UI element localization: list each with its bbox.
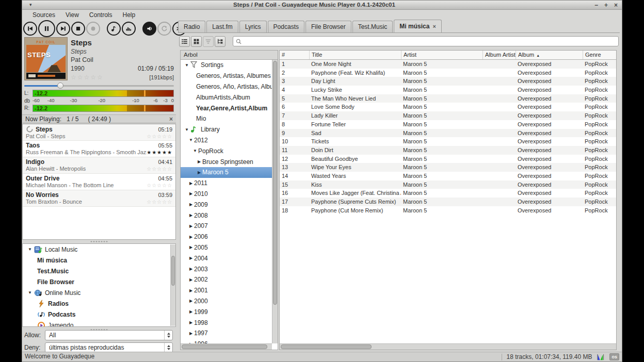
table-row[interactable]: 14Wasted YearsMaroon 5OverexposedPopRock <box>280 172 616 180</box>
table-row[interactable]: 5The Man Who Never LiedMaroon 5Overexpos… <box>280 94 616 103</box>
tree-item-2002[interactable]: ▶2002 <box>181 274 272 285</box>
close-button[interactable]: × <box>614 2 618 9</box>
previous-button[interactable] <box>23 22 37 36</box>
tree-item-library[interactable]: ▼Library <box>181 124 272 135</box>
column-header-album[interactable]: Album▲ <box>516 51 583 59</box>
expander-arrow-icon[interactable]: ▶ <box>188 245 194 250</box>
table-row[interactable]: 4Lucky StrikeMaroon 5OverexposedPopRock <box>280 86 616 94</box>
now-playing-item[interactable]: Taos05:55Russ Freeman & The Rippingtons … <box>23 141 175 157</box>
maximize-button[interactable]: + <box>604 2 608 9</box>
table-row[interactable]: 11Doin DirtMaroon 5OverexposedPopRock <box>280 146 616 155</box>
now-playing-item[interactable]: Outer Drive04:55Michael Manson - The Bot… <box>23 174 175 190</box>
tree-view-button[interactable] <box>215 36 226 47</box>
tree-item-2012[interactable]: ▼2012 <box>181 135 272 146</box>
expander-arrow-icon[interactable]: ▶ <box>188 224 194 228</box>
tab-last-fm[interactable]: Last.fm <box>206 21 238 32</box>
expander-arrow-icon[interactable]: ▶ <box>188 256 194 260</box>
tree-item-albumartists-album[interactable]: AlbumArtists,Album <box>181 92 272 103</box>
tree-scrollbar-vertical[interactable] <box>272 60 278 343</box>
rating-stars[interactable]: ☆☆☆☆☆ <box>147 182 172 189</box>
expander-arrow-icon[interactable]: ▼ <box>26 247 34 252</box>
table-scrollbar-horizontal[interactable] <box>280 343 616 350</box>
expander-arrow-icon[interactable]: ▶ <box>188 331 194 336</box>
now-playing-item[interactable]: Steps05:19Pat Coil - Steps☆☆☆☆☆ <box>23 124 175 141</box>
expander-arrow-icon[interactable]: ▼ <box>188 138 194 142</box>
expander-arrow-icon[interactable]: ▼ <box>192 149 198 153</box>
tree-item-sortings[interactable]: ▼Sortings <box>181 60 272 71</box>
tree-hscrollbar-thumb[interactable] <box>182 344 267 349</box>
track-rating[interactable]: ☆☆☆☆☆ <box>71 73 104 82</box>
tree-item-1998[interactable]: ▶1998 <box>181 317 272 328</box>
tree-item-2000[interactable]: ▶2000 <box>181 296 272 307</box>
tree-item-2003[interactable]: ▶2003 <box>181 264 272 274</box>
tree-item-2010[interactable]: ▶2010 <box>181 189 272 200</box>
tree-item-2008[interactable]: ▶2008 <box>181 210 272 221</box>
playlist-view-button[interactable] <box>179 36 190 47</box>
column-header-title[interactable]: Title <box>309 51 401 59</box>
rating-stars[interactable]: ☆☆☆☆☆ <box>147 199 172 205</box>
tree-item-2011[interactable]: ▶2011 <box>181 178 272 189</box>
sources-scrollbar-thumb[interactable] <box>171 256 175 286</box>
expander-arrow-icon[interactable]: ▶ <box>188 288 194 293</box>
now-playing-close-icon[interactable]: × <box>169 116 173 123</box>
table-row[interactable]: 17Payphone (Supreme Cuts Remix)Maroon 5O… <box>280 198 616 206</box>
expander-arrow-icon[interactable]: ▼ <box>184 63 190 68</box>
tree-item-1996[interactable]: ▶1996 <box>181 339 272 343</box>
seek-slider[interactable] <box>24 83 174 89</box>
splitter-grip[interactable] <box>90 240 108 243</box>
table-row[interactable]: 2Payphone (Feat. Wiz Khalifa)Maroon 5Ove… <box>280 69 616 77</box>
tree-item-2004[interactable]: ▶2004 <box>181 253 272 264</box>
column-header-genre[interactable]: Genre <box>583 51 617 59</box>
expander-arrow-icon[interactable]: ▶ <box>196 170 202 175</box>
sidebar-item-mi-m-sica[interactable]: Mi música <box>23 255 175 266</box>
spinner-arrows-icon[interactable] <box>164 331 172 340</box>
tab-mi-m-sica[interactable]: Mi música× <box>394 20 441 32</box>
smart-play-button[interactable] <box>107 22 121 36</box>
expander-arrow-icon[interactable]: ▼ <box>184 127 190 132</box>
menu-help[interactable]: Help <box>118 10 141 20</box>
expander-arrow-icon[interactable]: ▶ <box>188 267 194 271</box>
stop-button[interactable] <box>71 22 85 36</box>
tree-scrollbar-horizontal[interactable] <box>181 343 272 350</box>
spinner-arrows-icon[interactable] <box>164 343 172 352</box>
table-row[interactable]: 18Payphone (Cut More Remix)Maroon 5Overe… <box>280 206 616 215</box>
sidebar-item-jamendo[interactable]: Jamendo <box>23 320 175 327</box>
table-row[interactable]: 15KissMaroon 5OverexposedPopRock <box>280 180 616 189</box>
rating-stars[interactable]: ☆☆☆☆☆ <box>147 133 172 140</box>
tab-radio[interactable]: Radio <box>178 21 205 32</box>
expander-arrow-icon[interactable]: ▼ <box>26 290 34 295</box>
minimize-button[interactable]: − <box>594 2 598 9</box>
sidebar-item-local-music[interactable]: ▼Local Music <box>23 244 175 255</box>
tab-close-icon[interactable]: × <box>432 23 436 29</box>
tree-item-generos-a-o-artistas-albumes[interactable]: Generos, Año, Artistas, Albumes <box>181 81 272 92</box>
expander-arrow-icon[interactable]: ▶ <box>188 309 194 314</box>
tree-item-2001[interactable]: ▶2001 <box>181 285 272 296</box>
expander-arrow-icon[interactable]: ▶ <box>188 181 194 186</box>
expander-arrow-icon[interactable]: ▶ <box>188 320 194 325</box>
sources-scrollbar[interactable] <box>170 244 175 326</box>
tree-scrollbar-thumb[interactable] <box>273 61 277 305</box>
tree-item-poprock[interactable]: ▼PopRock <box>181 145 272 156</box>
menu-sources[interactable]: Sources <box>27 10 60 20</box>
deny-combo[interactable]: últimas pistas reproducidas <box>45 342 173 353</box>
sidebar-item-online-music[interactable]: ▼Online Music <box>23 287 175 298</box>
next-button[interactable] <box>56 22 70 36</box>
expander-arrow-icon[interactable]: ▶ <box>188 202 194 207</box>
tab-file-browser[interactable]: File Browser <box>305 21 351 32</box>
table-row[interactable]: 8Fortune TellerMaroon 5OverexposedPopRoc… <box>280 120 616 129</box>
tab-podcasts[interactable]: Podcasts <box>268 21 304 32</box>
expander-arrow-icon[interactable]: ▶ <box>188 277 194 282</box>
table-row[interactable]: 16Moves Like Jagger (Feat. Christina AgM… <box>280 189 616 198</box>
table-row[interactable]: 13Wipe Your EyesMaroon 5OverexposedPopRo… <box>280 163 616 172</box>
tree-item-mio[interactable]: Mio <box>181 113 272 124</box>
table-row[interactable]: 7Lady KillerMaroon 5OverexposedPopRock <box>280 111 616 120</box>
tree-header[interactable]: Arbol <box>181 51 278 60</box>
table-row[interactable]: 10TicketsMaroon 5OverexposedPopRock <box>280 137 616 146</box>
tree-item-2009[interactable]: ▶2009 <box>181 199 272 210</box>
menu-controls[interactable]: Controls <box>84 10 118 20</box>
tree-item-generos-artistas-albumes[interactable]: Generos, Artistas, Albumes <box>181 71 272 81</box>
tree-item-2005[interactable]: ▶2005 <box>181 242 272 253</box>
search-input[interactable] <box>244 37 616 45</box>
tree-item-2007[interactable]: ▶2007 <box>181 221 272 232</box>
volume-button[interactable] <box>142 22 156 36</box>
